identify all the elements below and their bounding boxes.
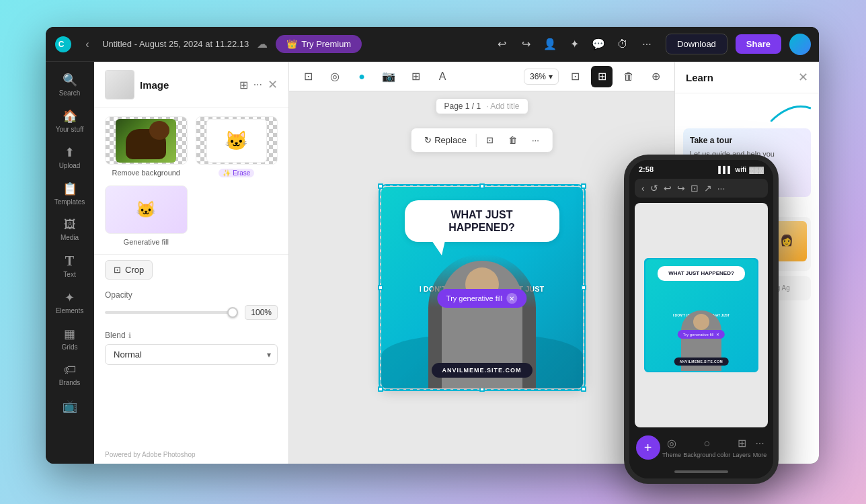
color-wheel-icon[interactable]: ● [351, 66, 372, 87]
premium-label: Try Premium [301, 39, 351, 49]
trash-icon[interactable]: 🗑 [618, 66, 639, 87]
delete-action-icon: 🗑 [508, 135, 517, 145]
phone-refresh-icon[interactable]: ↺ [650, 183, 658, 194]
sidebar-item-search[interactable]: 🔍 Search [50, 67, 90, 102]
sidebar-label-search: Search [59, 89, 81, 97]
phone-more-button[interactable]: ··· More [753, 437, 767, 458]
grid-active-icon[interactable]: ⊞ [591, 66, 613, 87]
phone-home-bar [674, 470, 728, 473]
crown-icon: 👑 [286, 39, 297, 49]
phone-theme-button[interactable]: ◎ Theme [662, 437, 681, 458]
comment-icon[interactable]: 💬 [588, 34, 609, 55]
more-icon[interactable]: ··· [636, 34, 658, 55]
phone-back-icon[interactable]: ‹ [641, 183, 645, 194]
generative-fill-option[interactable]: 🐱 Generative fill [105, 185, 188, 246]
phone-add-button[interactable]: + [636, 435, 660, 460]
timer-icon[interactable]: ⏱ [612, 34, 633, 55]
sidebar-item-templates[interactable]: 📋 Templates [50, 176, 90, 211]
replace-button[interactable]: ↻ Replace [419, 132, 472, 148]
people-icon[interactable]: 👤 [539, 34, 561, 55]
back-button[interactable]: ‹ [78, 35, 97, 54]
learn-close-button[interactable]: ✕ [798, 70, 808, 85]
battery-icon: ▓▓▓ [749, 166, 764, 173]
more-tools-icon: 📺 [63, 398, 77, 413]
sidebar-item-elements[interactable]: ✦ Elements [50, 285, 90, 320]
sidebar-item-more[interactable]: 📺 [50, 393, 90, 419]
share-button[interactable]: Share [736, 34, 781, 54]
sidebar-label-grids: Grids [62, 343, 78, 351]
sidebar-item-your-stuff[interactable]: 🏠 Your stuff [50, 103, 90, 138]
sidebar-item-upload[interactable]: ⬆ Upload [50, 140, 90, 175]
delete-action-button[interactable]: 🗑 [503, 132, 522, 148]
opacity-slider[interactable] [105, 311, 238, 314]
erase-option[interactable]: 🐱 ✨ Erase [196, 116, 278, 177]
design-card[interactable]: WHAT JUST HAPPENED? I DON'T UNDERSTAND W… [381, 187, 583, 388]
learn-arc-decoration [771, 101, 811, 122]
opacity-value: 100% [245, 305, 278, 320]
speech-text: WHAT JUST HAPPENED? [418, 208, 546, 234]
canvas-area: ⊡ ◎ ● 📷 ⊞ A 36% ▾ ⊡ ⊞ 🗑 ⊕ [289, 62, 674, 464]
page-label: Page 1 / 1 · Add title [435, 98, 528, 114]
align-icon[interactable]: ⊞ [405, 66, 426, 87]
signal-icon: ▌▌▌ [718, 166, 732, 173]
phone-bg-color-button[interactable]: ○ Background color [683, 437, 730, 458]
crop-section: ⊡ Crop [94, 254, 288, 285]
download-button[interactable]: Download [666, 34, 727, 54]
gen-fill-close-button[interactable]: ✕ [506, 293, 517, 304]
add-icon[interactable]: ⊕ [645, 66, 666, 87]
gen-fill-thumb: 🐱 [105, 185, 188, 234]
phone-undo-icon[interactable]: ↩ [664, 183, 672, 194]
phone-website-mini: ANVILMEME.SITE.COM [674, 358, 729, 366]
canva-logo: C [54, 35, 73, 54]
magic-icon[interactable]: ✦ [563, 34, 585, 55]
redo-button[interactable]: ↪ [515, 34, 537, 55]
close-icon: ✕ [509, 295, 514, 302]
blend-select[interactable]: Normal Multiply Screen Overlay [105, 344, 278, 365]
present-icon[interactable]: ⊡ [564, 66, 586, 87]
website-pill: ANVILMEME.SITE.COM [431, 363, 532, 378]
try-premium-button[interactable]: 👑 Try Premium [276, 35, 362, 53]
remove-bg-thumb [105, 116, 188, 165]
fit-screen-icon[interactable]: ⊡ [297, 66, 319, 87]
upload-icon: ⬆ [65, 145, 75, 160]
phone-app-icon[interactable]: ⊡ [691, 183, 699, 194]
phone-gen-fill-mini: Try generative fill ✕ [678, 330, 725, 339]
sidebar-item-brands[interactable]: 🏷 Brands [50, 358, 90, 392]
translate-icon[interactable]: A [432, 66, 453, 87]
phone-share-icon[interactable]: ↗ [704, 183, 712, 194]
opacity-row: 100% [105, 305, 278, 320]
opacity-thumb[interactable] [227, 307, 238, 318]
sidebar-item-grids[interactable]: ▦ Grids [50, 321, 90, 356]
add-title[interactable]: · Add title [486, 101, 519, 111]
chevron-zoom-icon: ▾ [549, 72, 553, 81]
phone-redo-icon[interactable]: ↪ [677, 183, 685, 194]
props-more-icon[interactable]: ··· [253, 79, 262, 91]
phone-more-icon[interactable]: ··· [717, 183, 725, 194]
crop-label: Crop [125, 265, 144, 275]
remove-background-option[interactable]: Remove background [105, 116, 188, 177]
more-action-button[interactable]: ··· [526, 132, 545, 148]
gen-fill-popup: Try generative fill ✕ [437, 289, 526, 308]
phone-layers-button[interactable]: ⊞ Layers [733, 437, 751, 458]
props-close-button[interactable]: ✕ [268, 77, 278, 92]
sparkle-icon: ✨ [223, 169, 231, 177]
eye-icon[interactable]: ◎ [324, 66, 346, 87]
user-avatar[interactable] [789, 34, 811, 55]
crop-action-button[interactable]: ⊡ [481, 132, 499, 148]
props-grid-icon[interactable]: ⊞ [239, 79, 248, 91]
crop-button[interactable]: ⊡ Crop [105, 260, 153, 280]
opacity-section: Opacity 100% [94, 285, 288, 325]
sidebar-item-text[interactable]: T Text [50, 248, 90, 284]
sidebar-item-media[interactable]: 🖼 Media [50, 212, 90, 247]
theme-icon: ◎ [667, 437, 676, 450]
dog-head [149, 121, 169, 140]
phone-gen-fill-close[interactable]: ✕ [716, 332, 719, 337]
topbar-icons: ↩ ↪ 👤 ✦ 💬 ⏱ ··· [491, 34, 658, 55]
cloud-save-icon[interactable]: ☁ [257, 38, 268, 50]
undo-button[interactable]: ↩ [491, 34, 512, 55]
brands-icon: 🏷 [64, 363, 76, 377]
zoom-control[interactable]: 36% ▾ [524, 69, 559, 85]
remove-bg-label: Remove background [112, 169, 180, 177]
topbar: C ‹ Untitled - August 25, 2024 at 11.22.… [46, 27, 819, 62]
social-icon[interactable]: 📷 [378, 66, 399, 87]
